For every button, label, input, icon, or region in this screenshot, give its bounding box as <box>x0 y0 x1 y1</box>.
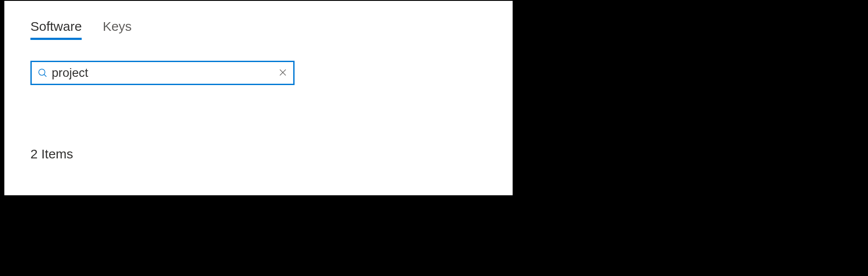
search-input[interactable] <box>52 66 278 80</box>
tab-keys[interactable]: Keys <box>103 19 132 38</box>
tab-label: Keys <box>103 19 132 33</box>
clear-search-button[interactable] <box>278 69 287 77</box>
content-panel: Software Keys <box>3 0 514 196</box>
close-icon <box>279 69 287 78</box>
tab-software[interactable]: Software <box>30 19 82 38</box>
svg-line-1 <box>44 75 46 77</box>
results-count: 2 Items <box>30 147 487 161</box>
results-count-label: 2 Items <box>30 147 73 161</box>
tabs-container: Software Keys <box>30 19 487 38</box>
content-area: Software Keys <box>4 1 513 179</box>
search-icon <box>38 68 47 78</box>
svg-point-0 <box>39 69 45 75</box>
tab-label: Software <box>30 19 82 33</box>
search-box[interactable] <box>30 61 295 85</box>
